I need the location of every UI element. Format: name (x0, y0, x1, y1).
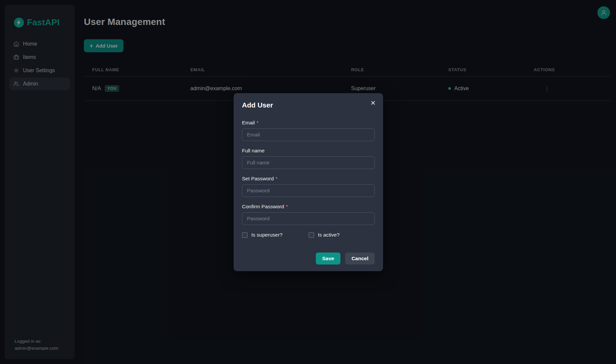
is-active-label: Is active? (318, 232, 339, 238)
is-superuser-checkbox[interactable]: Is superuser? (242, 232, 308, 238)
set-password-input[interactable] (242, 184, 375, 197)
confirm-password-label: Confirm Password* (242, 204, 375, 210)
full-name-input[interactable] (242, 156, 375, 169)
email-input[interactable] (242, 128, 375, 141)
set-password-field-group: Set Password* (242, 176, 375, 197)
set-password-label-text: Set Password (242, 176, 274, 181)
checkbox-icon[interactable] (242, 232, 248, 238)
save-button[interactable]: Save (316, 253, 340, 265)
confirm-password-label-text: Confirm Password (242, 204, 284, 209)
is-superuser-label: Is superuser? (251, 232, 283, 238)
app-screen: FastAPI Home Items (0, 0, 616, 364)
cancel-button[interactable]: Cancel (345, 253, 375, 265)
required-asterisk: * (276, 176, 278, 181)
close-icon[interactable]: ✕ (369, 98, 377, 108)
modal-actions: Save Cancel (242, 253, 375, 265)
checkbox-row: Is superuser? Is active? (242, 232, 375, 238)
checkbox-icon[interactable] (308, 232, 314, 238)
full-name-label-text: Full name (242, 148, 265, 153)
confirm-password-input[interactable] (242, 212, 375, 225)
full-name-label: Full name (242, 148, 375, 154)
confirm-password-field-group: Confirm Password* (242, 204, 375, 225)
full-name-field-group: Full name (242, 148, 375, 169)
email-label: Email* (242, 120, 375, 126)
email-label-text: Email (242, 120, 255, 125)
required-asterisk: * (286, 204, 288, 209)
set-password-label: Set Password* (242, 176, 375, 182)
is-active-checkbox[interactable]: Is active? (308, 232, 339, 238)
add-user-modal: ✕ Add User Email* Full name Set Password… (234, 93, 383, 271)
required-asterisk: * (257, 120, 259, 125)
email-field-group: Email* (242, 120, 375, 141)
modal-title: Add User (242, 101, 375, 109)
